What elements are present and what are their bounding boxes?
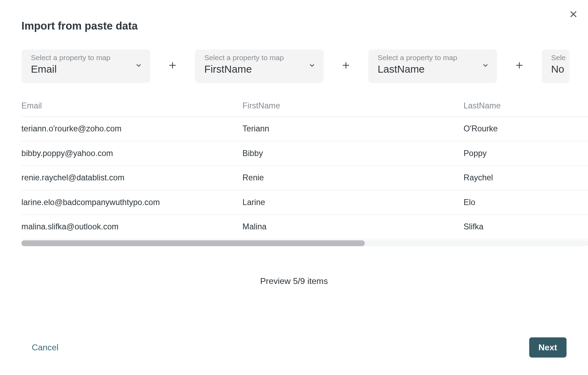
map-select-value: LastName	[378, 63, 489, 75]
map-select-firstname[interactable]: Select a property to map FirstName	[195, 49, 324, 83]
cell-email: renie.raychel@datablist.com	[22, 166, 243, 190]
dialog-title: Import from paste data	[0, 0, 588, 32]
horizontal-scrollbar[interactable]	[22, 240, 588, 246]
cell-firstname: Renie	[243, 166, 464, 190]
cell-firstname: Bibby	[243, 141, 464, 165]
cell-email: bibby.poppy@yahoo.com	[22, 141, 243, 165]
chevron-down-icon	[135, 62, 142, 71]
preview-table-wrap: Email FirstName LastName Notes teriann.o…	[22, 96, 588, 239]
cell-email: larine.elo@badcompanywuthtypo.com	[22, 190, 243, 214]
table-row: teriann.o'rourke@zoho.com Teriann O'Rour…	[22, 117, 588, 141]
cell-lastname: Poppy	[463, 141, 588, 165]
cell-firstname: Malina	[243, 215, 464, 239]
column-separator	[150, 49, 195, 83]
next-button[interactable]: Next	[529, 337, 566, 358]
map-select-label: Select a property to map	[31, 54, 142, 63]
preview-table: Email FirstName LastName Notes teriann.o…	[22, 96, 588, 239]
cell-firstname: Larine	[243, 190, 464, 214]
plus-icon	[515, 60, 524, 72]
close-button[interactable]	[566, 8, 580, 22]
cancel-button[interactable]: Cancel	[29, 342, 61, 353]
map-select-notes[interactable]: Sele No	[541, 49, 569, 83]
col-header-email: Email	[22, 96, 243, 117]
map-select-label: Select a property to map	[204, 54, 316, 63]
table-row: larine.elo@badcompanywuthtypo.com Larine…	[22, 190, 588, 214]
column-separator	[324, 49, 368, 83]
cell-lastname: Raychel	[463, 166, 588, 190]
cell-lastname: O'Rourke	[463, 117, 588, 141]
preview-count: Preview 5/9 items	[0, 276, 588, 286]
map-select-value: No	[551, 63, 562, 75]
col-header-lastname: LastName	[463, 96, 588, 117]
table-row: malina.slifka@outlook.com Malina Slifka	[22, 215, 588, 239]
map-select-value: FirstName	[204, 63, 316, 75]
close-icon	[569, 9, 578, 20]
footer: Cancel Next	[0, 337, 588, 358]
map-select-email[interactable]: Select a property to map Email	[22, 49, 150, 83]
plus-icon	[341, 60, 351, 72]
cell-lastname: Elo	[463, 190, 588, 214]
chevron-down-icon	[481, 62, 489, 71]
map-select-label: Sele	[551, 54, 562, 63]
table-row: renie.raychel@datablist.com Renie Rayche…	[22, 166, 588, 190]
map-select-label: Select a property to map	[378, 54, 489, 63]
map-select-lastname[interactable]: Select a property to map LastName	[368, 49, 497, 83]
horizontal-scrollbar-thumb[interactable]	[22, 240, 365, 246]
table-row: bibby.poppy@yahoo.com Bibby Poppy	[22, 141, 588, 165]
import-dialog: Import from paste data Select a property…	[0, 0, 588, 375]
col-header-firstname: FirstName	[243, 96, 464, 117]
cell-firstname: Teriann	[243, 117, 464, 141]
plus-icon	[168, 60, 177, 72]
cell-email: malina.slifka@outlook.com	[22, 215, 243, 239]
cell-lastname: Slifka	[463, 215, 588, 239]
cell-email: teriann.o'rourke@zoho.com	[22, 117, 243, 141]
mapping-row: Select a property to map Email Select a …	[0, 32, 588, 83]
column-separator	[497, 49, 542, 83]
map-select-value: Email	[31, 63, 142, 75]
chevron-down-icon	[308, 62, 316, 71]
